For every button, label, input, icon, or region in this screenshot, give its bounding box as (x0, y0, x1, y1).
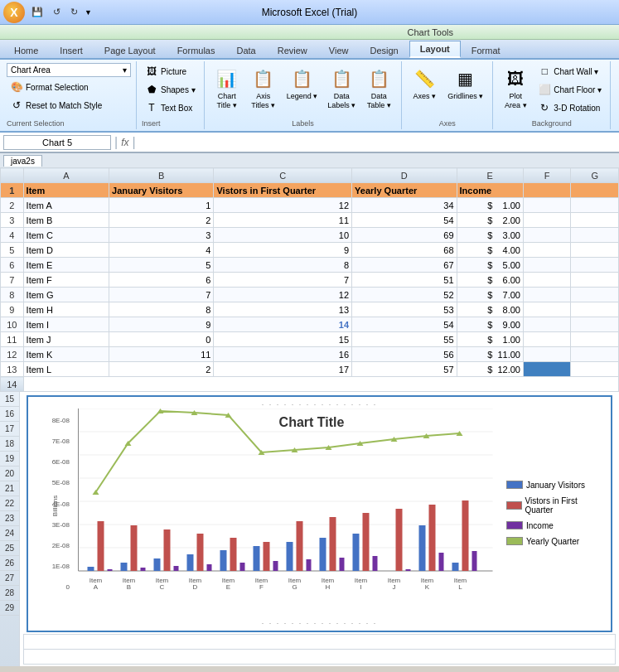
cell-a7[interactable]: Item F (23, 273, 109, 288)
cell-f13[interactable] (524, 362, 571, 377)
cell-g5[interactable] (571, 243, 619, 258)
tab-view[interactable]: View (318, 42, 360, 58)
cell-c13[interactable]: 17 (214, 362, 352, 377)
cell-f3[interactable] (524, 213, 571, 228)
chart-wall-btn[interactable]: □ Chart Wall ▾ (534, 63, 605, 80)
cell-d10[interactable]: 54 (352, 317, 457, 332)
cell-a8[interactable]: Item G (23, 288, 109, 302)
cell-d12[interactable]: 56 (352, 347, 457, 362)
cell-g4[interactable] (571, 228, 619, 243)
cell-14[interactable] (23, 377, 618, 392)
cell-e3[interactable]: $ 2.00 (457, 213, 523, 228)
cell-c2[interactable]: 12 (214, 198, 352, 213)
cell-e6[interactable]: $ 5.00 (457, 258, 523, 273)
cell-g9[interactable] (571, 302, 619, 317)
axes-btn[interactable]: 📏 Axes ▾ (407, 63, 442, 104)
cell-a2[interactable]: Item A (23, 198, 109, 213)
cell-e4[interactable]: $ 3.00 (457, 228, 523, 243)
cell-g2[interactable] (571, 198, 619, 213)
cell-b4[interactable]: 3 (109, 228, 214, 243)
cell-empty[interactable] (24, 650, 616, 665)
name-box[interactable]: Chart 5 (3, 135, 111, 150)
cell-a13[interactable]: Item L (23, 362, 109, 377)
cell-f7[interactable] (524, 273, 571, 288)
chart-floor-btn[interactable]: ⬜ Chart Floor ▾ (534, 81, 605, 98)
cell-c3[interactable]: 11 (214, 213, 352, 228)
office-button[interactable]: X (3, 2, 25, 23)
cell-b12[interactable]: 11 (109, 347, 214, 362)
cell-d6[interactable]: 67 (352, 258, 457, 273)
cell-a3[interactable]: Item B (23, 213, 109, 228)
legend-btn[interactable]: 📋 Legend ▾ (283, 63, 322, 104)
col-f[interactable]: F (524, 168, 571, 183)
tab-design[interactable]: Design (359, 42, 409, 58)
col-c[interactable]: C (214, 168, 352, 183)
shapes-btn[interactable]: ⬟ Shapes ▾ (142, 81, 199, 98)
cell-f4[interactable] (524, 228, 571, 243)
cell-g12[interactable] (571, 347, 619, 362)
cell-e11[interactable]: $ 1.00 (457, 332, 523, 347)
cell-e5[interactable]: $ 4.00 (457, 243, 523, 258)
cell-a4[interactable]: Item C (23, 228, 109, 243)
col-d[interactable]: D (352, 168, 457, 183)
plot-area-btn[interactable]: 🖼 PlotArea ▾ (498, 63, 533, 113)
cell-d11[interactable]: 55 (352, 332, 457, 347)
cell-f6[interactable] (524, 258, 571, 273)
data-labels-btn[interactable]: 📋 DataLabels ▾ (323, 63, 360, 113)
cell-c12[interactable]: 16 (214, 347, 352, 362)
h-income[interactable]: Income (457, 183, 523, 198)
cell-g8[interactable] (571, 288, 619, 302)
cell-d9[interactable]: 53 (352, 302, 457, 317)
cell-b6[interactable]: 5 (109, 258, 214, 273)
cell-f5[interactable] (524, 243, 571, 258)
cell-b13[interactable]: 2 (109, 362, 214, 377)
col-e[interactable]: E (457, 168, 523, 183)
cell-f8[interactable] (524, 288, 571, 302)
cell-b9[interactable]: 8 (109, 302, 214, 317)
picture-btn[interactable]: 🖼 Picture (142, 63, 190, 80)
cell-a9[interactable]: Item H (23, 302, 109, 317)
cell-b11[interactable]: 0 (109, 332, 214, 347)
cell-a11[interactable]: Item J (23, 332, 109, 347)
cell-c7[interactable]: 7 (214, 273, 352, 288)
col-g[interactable]: G (571, 168, 619, 183)
cell-f9[interactable] (524, 302, 571, 317)
tab-formulas[interactable]: Formulas (167, 42, 226, 58)
sheet-tab-java2s[interactable]: java2s (3, 155, 42, 167)
cell-d2[interactable]: 34 (352, 198, 457, 213)
chart-area-dropdown[interactable]: Chart Area ▾ (7, 63, 131, 77)
cell-b10[interactable]: 9 (109, 317, 214, 332)
tab-review[interactable]: Review (267, 42, 318, 58)
cell-e10[interactable]: $ 9.00 (457, 317, 523, 332)
cell-d13[interactable]: 57 (352, 362, 457, 377)
undo-qat[interactable]: ↺ (50, 5, 64, 19)
cell-b8[interactable]: 7 (109, 288, 214, 302)
cell-c8[interactable]: 12 (214, 288, 352, 302)
h-item[interactable]: Item (23, 183, 109, 198)
cell-a10[interactable]: Item I (23, 317, 109, 332)
h-g[interactable] (571, 183, 619, 198)
cell-f12[interactable] (524, 347, 571, 362)
cell-c6[interactable]: 8 (214, 258, 352, 273)
cell-d4[interactable]: 69 (352, 228, 457, 243)
cell-a6[interactable]: Item E (23, 258, 109, 273)
cell-g10[interactable] (571, 317, 619, 332)
tab-home[interactable]: Home (3, 42, 49, 58)
cell-f11[interactable] (524, 332, 571, 347)
cell-c9[interactable]: 13 (214, 302, 352, 317)
cell-f10[interactable] (524, 317, 571, 332)
cell-c5[interactable]: 9 (214, 243, 352, 258)
redo-qat[interactable]: ↻ (67, 5, 81, 19)
cell-c10[interactable]: 14 (214, 317, 352, 332)
tab-format[interactable]: Format (461, 42, 511, 58)
textbox-btn[interactable]: T Text Box (142, 99, 196, 116)
cell-d3[interactable]: 54 (352, 213, 457, 228)
3d-rotation-btn[interactable]: ↻ 3-D Rotation (534, 99, 605, 116)
cell-d8[interactable]: 52 (352, 288, 457, 302)
tab-layout[interactable]: Layout (409, 41, 461, 58)
cell-g13[interactable] (571, 362, 619, 377)
col-b[interactable]: B (109, 168, 214, 183)
cell-c11[interactable]: 15 (214, 332, 352, 347)
h-f[interactable] (524, 183, 571, 198)
cell-e8[interactable]: $ 7.00 (457, 288, 523, 302)
